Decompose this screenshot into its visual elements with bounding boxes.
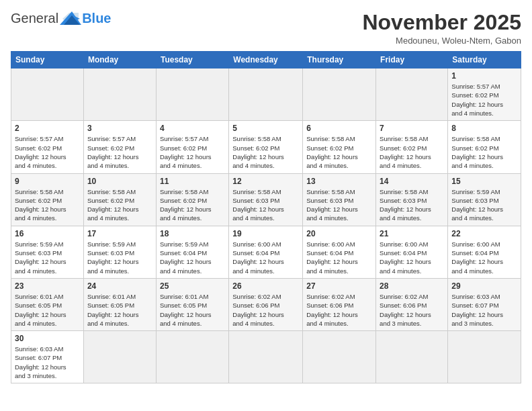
day-number: 22 xyxy=(451,229,517,238)
day-info: Sunrise: 5:57 AMSunset: 6:02 PMDaylight:… xyxy=(451,82,517,118)
calendar-cell xyxy=(229,68,303,121)
logo-container: General Blue xyxy=(11,11,112,26)
day-info: Sunrise: 6:03 AMSunset: 6:07 PMDaylight:… xyxy=(451,292,517,328)
calendar-cell: 22Sunrise: 6:00 AMSunset: 6:04 PMDayligh… xyxy=(448,226,521,278)
day-info: Sunrise: 6:00 AMSunset: 6:04 PMDaylight:… xyxy=(451,240,517,275)
calendar-cell: 17Sunrise: 5:59 AMSunset: 6:03 PMDayligh… xyxy=(83,226,156,278)
day-number: 25 xyxy=(160,281,225,291)
day-info: Sunrise: 6:01 AMSunset: 6:05 PMDaylight:… xyxy=(87,292,152,328)
subtitle: Medouneu, Woleu-Ntem, Gabon xyxy=(362,36,521,46)
logo-svg-icon xyxy=(60,11,81,26)
day-number: 8 xyxy=(451,124,517,133)
day-number: 6 xyxy=(306,124,372,133)
calendar-cell: 26Sunrise: 6:02 AMSunset: 6:06 PMDayligh… xyxy=(229,278,303,330)
day-info: Sunrise: 6:00 AMSunset: 6:04 PMDaylight:… xyxy=(380,240,444,275)
day-number: 5 xyxy=(232,124,299,133)
calendar-cell xyxy=(376,68,448,121)
calendar-cell xyxy=(376,331,448,383)
day-info: Sunrise: 5:59 AMSunset: 6:03 PMDaylight:… xyxy=(451,187,517,223)
col-tuesday: Tuesday xyxy=(156,52,228,68)
day-info: Sunrise: 5:58 AMSunset: 6:02 PMDaylight:… xyxy=(451,134,517,170)
calendar-cell xyxy=(156,68,228,121)
day-info: Sunrise: 5:58 AMSunset: 6:02 PMDaylight:… xyxy=(160,187,225,223)
calendar-cell: 9Sunrise: 5:58 AMSunset: 6:02 PMDaylight… xyxy=(11,173,84,226)
calendar-cell: 25Sunrise: 6:01 AMSunset: 6:05 PMDayligh… xyxy=(156,278,228,330)
day-number: 11 xyxy=(160,177,225,186)
day-info: Sunrise: 5:58 AMSunset: 6:02 PMDaylight:… xyxy=(15,187,80,223)
col-wednesday: Wednesday xyxy=(229,52,303,68)
calendar-cell: 21Sunrise: 6:00 AMSunset: 6:04 PMDayligh… xyxy=(376,226,448,278)
day-info: Sunrise: 6:02 AMSunset: 6:06 PMDaylight:… xyxy=(380,292,444,328)
calendar-week-4: 16Sunrise: 5:59 AMSunset: 6:03 PMDayligh… xyxy=(11,226,521,278)
calendar-cell xyxy=(303,68,376,121)
page: General Blue November 2025 Medouneu, Wol… xyxy=(0,0,532,389)
calendar-cell: 4Sunrise: 5:57 AMSunset: 6:02 PMDaylight… xyxy=(156,121,228,173)
day-number: 30 xyxy=(15,334,80,343)
day-number: 24 xyxy=(87,281,152,291)
title-block: November 2025 Medouneu, Woleu-Ntem, Gabo… xyxy=(362,11,521,46)
calendar-cell: 28Sunrise: 6:02 AMSunset: 6:06 PMDayligh… xyxy=(376,278,448,330)
calendar: Sunday Monday Tuesday Wednesday Thursday… xyxy=(11,51,521,383)
calendar-cell: 14Sunrise: 5:58 AMSunset: 6:03 PMDayligh… xyxy=(376,173,448,226)
calendar-week-5: 23Sunrise: 6:01 AMSunset: 6:05 PMDayligh… xyxy=(11,278,521,330)
logo-wordmark: General xyxy=(11,11,58,26)
day-info: Sunrise: 5:58 AMSunset: 6:03 PMDaylight:… xyxy=(232,187,299,223)
day-info: Sunrise: 5:58 AMSunset: 6:03 PMDaylight:… xyxy=(380,187,444,223)
calendar-cell xyxy=(83,68,156,121)
day-info: Sunrise: 6:00 AMSunset: 6:04 PMDaylight:… xyxy=(306,240,372,275)
calendar-cell xyxy=(229,331,303,383)
day-number: 4 xyxy=(160,124,225,133)
day-number: 21 xyxy=(380,229,444,238)
calendar-cell: 3Sunrise: 5:57 AMSunset: 6:02 PMDaylight… xyxy=(83,121,156,173)
day-info: Sunrise: 6:02 AMSunset: 6:06 PMDaylight:… xyxy=(232,292,299,328)
day-info: Sunrise: 5:58 AMSunset: 6:02 PMDaylight:… xyxy=(87,187,152,223)
day-number: 16 xyxy=(15,229,80,238)
calendar-cell: 29Sunrise: 6:03 AMSunset: 6:07 PMDayligh… xyxy=(448,278,521,330)
month-title: November 2025 xyxy=(362,11,521,34)
day-info: Sunrise: 5:58 AMSunset: 6:02 PMDaylight:… xyxy=(232,134,299,170)
day-info: Sunrise: 6:00 AMSunset: 6:04 PMDaylight:… xyxy=(232,240,299,275)
col-thursday: Thursday xyxy=(303,52,376,68)
calendar-cell: 11Sunrise: 5:58 AMSunset: 6:02 PMDayligh… xyxy=(156,173,228,226)
day-info: Sunrise: 5:57 AMSunset: 6:02 PMDaylight:… xyxy=(87,134,152,170)
day-number: 9 xyxy=(15,177,80,186)
calendar-cell xyxy=(83,331,156,383)
calendar-cell: 12Sunrise: 5:58 AMSunset: 6:03 PMDayligh… xyxy=(229,173,303,226)
day-number: 1 xyxy=(451,71,517,81)
calendar-cell: 20Sunrise: 6:00 AMSunset: 6:04 PMDayligh… xyxy=(303,226,376,278)
logo: General Blue xyxy=(11,11,112,26)
calendar-cell: 30Sunrise: 6:03 AMSunset: 6:07 PMDayligh… xyxy=(11,331,84,383)
day-number: 17 xyxy=(87,229,152,238)
calendar-cell: 10Sunrise: 5:58 AMSunset: 6:02 PMDayligh… xyxy=(83,173,156,226)
calendar-cell: 23Sunrise: 6:01 AMSunset: 6:05 PMDayligh… xyxy=(11,278,84,330)
day-info: Sunrise: 6:01 AMSunset: 6:05 PMDaylight:… xyxy=(160,292,225,328)
calendar-cell: 2Sunrise: 5:57 AMSunset: 6:02 PMDaylight… xyxy=(11,121,84,173)
day-info: Sunrise: 5:57 AMSunset: 6:02 PMDaylight:… xyxy=(15,134,80,170)
day-info: Sunrise: 5:58 AMSunset: 6:03 PMDaylight:… xyxy=(306,187,372,223)
calendar-cell: 6Sunrise: 5:58 AMSunset: 6:02 PMDaylight… xyxy=(303,121,376,173)
calendar-cell: 5Sunrise: 5:58 AMSunset: 6:02 PMDaylight… xyxy=(229,121,303,173)
day-number: 7 xyxy=(380,124,444,133)
col-saturday: Saturday xyxy=(448,52,521,68)
calendar-week-1: 1Sunrise: 5:57 AMSunset: 6:02 PMDaylight… xyxy=(11,68,521,121)
day-number: 28 xyxy=(380,281,444,291)
calendar-week-2: 2Sunrise: 5:57 AMSunset: 6:02 PMDaylight… xyxy=(11,121,521,173)
day-info: Sunrise: 6:03 AMSunset: 6:07 PMDaylight:… xyxy=(15,345,80,380)
day-info: Sunrise: 6:01 AMSunset: 6:05 PMDaylight:… xyxy=(15,292,80,328)
day-info: Sunrise: 6:02 AMSunset: 6:06 PMDaylight:… xyxy=(306,292,372,328)
logo-blue-text: Blue xyxy=(82,11,111,26)
calendar-cell xyxy=(11,68,84,121)
calendar-cell: 27Sunrise: 6:02 AMSunset: 6:06 PMDayligh… xyxy=(303,278,376,330)
calendar-header-row: Sunday Monday Tuesday Wednesday Thursday… xyxy=(11,52,521,68)
day-number: 26 xyxy=(232,281,299,291)
calendar-week-3: 9Sunrise: 5:58 AMSunset: 6:02 PMDaylight… xyxy=(11,173,521,226)
day-number: 12 xyxy=(232,177,299,186)
day-number: 23 xyxy=(15,281,80,291)
calendar-cell xyxy=(448,331,521,383)
calendar-cell: 8Sunrise: 5:58 AMSunset: 6:02 PMDaylight… xyxy=(448,121,521,173)
day-number: 13 xyxy=(306,177,372,186)
col-sunday: Sunday xyxy=(11,52,84,68)
day-info: Sunrise: 5:59 AMSunset: 6:03 PMDaylight:… xyxy=(87,240,152,275)
day-number: 14 xyxy=(380,177,444,186)
col-monday: Monday xyxy=(83,52,156,68)
